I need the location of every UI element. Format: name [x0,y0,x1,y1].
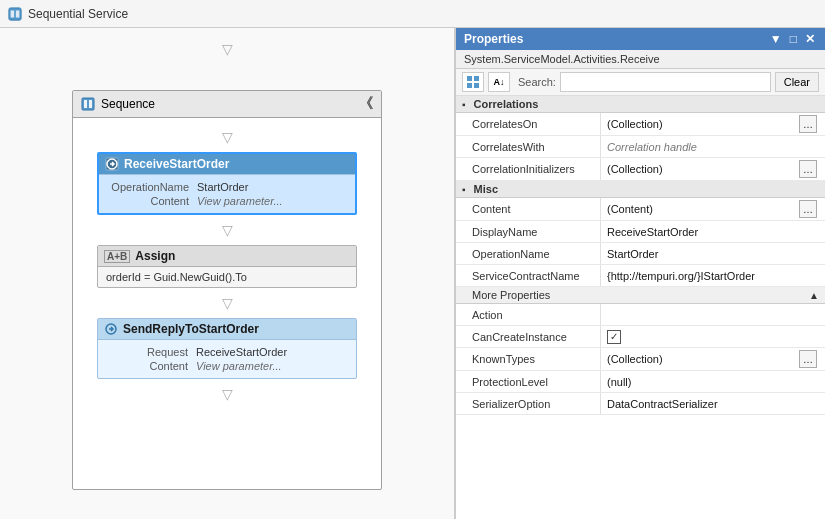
prop-name-serializeroption: SerializerOption [456,393,601,414]
sequence-icon [81,97,95,111]
prop-row-correlateson: CorrelatesOn (Collection) … [456,113,825,136]
properties-title-controls: ▼ □ ✕ [768,32,817,46]
connector3: ▽ [222,296,233,310]
sendreply-block[interactable]: SendReplyToStartOrder Request ReceiveSta… [97,318,357,379]
svg-rect-12 [474,83,479,88]
assign-body: orderId = Guid.NewGuid().To [98,267,356,287]
properties-subtitle: System.ServiceModel.Activities.Receive [456,50,825,69]
sendreply-value-2[interactable]: View parameter... [196,360,282,372]
sequence-label: Sequence [101,97,155,111]
assign-block[interactable]: A+B Assign orderId = Guid.NewGuid().To [97,245,357,288]
correlationinitializers-edit-btn[interactable]: … [799,160,817,178]
prop-name-correlationinitializers: CorrelationInitializers [456,158,601,180]
misc-section-header[interactable]: ▪ Misc [456,181,825,198]
more-properties-label: More Properties [472,289,550,301]
properties-title: Properties [464,32,523,46]
receive-value-1: StartOrder [197,181,248,193]
receive-header: ReceiveStartOrder [99,154,355,175]
prop-value-knowntypes: (Collection) … [601,348,825,370]
prop-name-protectionlevel: ProtectionLevel [456,371,601,392]
receive-row-1: OperationName StartOrder [107,181,347,193]
properties-title-bar: Properties ▼ □ ✕ [456,28,825,50]
receive-block[interactable]: ReceiveStartOrder OperationName StartOrd… [97,152,357,215]
receive-label-1: OperationName [107,181,197,193]
knowntypes-edit-btn[interactable]: … [799,350,817,368]
prop-value-cancreateinstance: ✓ [601,328,825,346]
sendreply-value-1: ReceiveStartOrder [196,346,287,358]
correlations-collapse-icon: ▪ [462,99,466,110]
more-properties-icon: ▲ [809,290,819,301]
window-title: Sequential Service [28,7,128,21]
sendreply-label-1: Request [106,346,196,358]
prop-value-correlateswith: Correlation handle [601,139,825,155]
prop-name-cancreateinstance: CanCreateInstance [456,326,601,347]
assign-expression: orderId = Guid.NewGuid().To [106,271,247,283]
receive-icon [105,157,119,171]
svg-rect-2 [16,10,20,17]
prop-row-correlationinitializers: CorrelationInitializers (Collection) … [456,158,825,181]
properties-close-btn[interactable]: ✕ [803,32,817,46]
prop-row-serializeroption: SerializerOption DataContractSerializer [456,393,825,415]
receive-row-2: Content View parameter... [107,195,347,207]
cancreateinstance-checkbox[interactable]: ✓ [607,330,621,344]
correlations-section-header[interactable]: ▪ Correlations [456,96,825,113]
svg-rect-5 [89,100,92,108]
prop-row-knowntypes: KnownTypes (Collection) … [456,348,825,371]
sequence-collapse-btn[interactable]: 《 [359,95,373,113]
title-bar: Sequential Service [0,0,825,28]
prop-row-cancreateinstance: CanCreateInstance ✓ [456,326,825,348]
properties-panel: Properties ▼ □ ✕ System.ServiceModel.Act… [455,28,825,519]
sendreply-row-1: Request ReceiveStartOrder [106,346,348,358]
correlations-section-label: Correlations [474,98,539,110]
svg-rect-4 [84,100,87,108]
receive-value-2[interactable]: View parameter... [197,195,283,207]
search-label: Search: [518,76,556,88]
prop-value-operationname[interactable]: StartOrder [601,246,825,262]
prop-name-knowntypes: KnownTypes [456,348,601,370]
prop-value-serializeroption[interactable]: DataContractSerializer [601,396,825,412]
prop-name-correlateswith: CorrelatesWith [456,136,601,157]
prop-value-correlateson: (Collection) … [601,113,825,135]
prop-value-displayname[interactable]: ReceiveStartOrder [601,224,825,240]
assign-icon-label: A+B [104,250,130,263]
properties-sort-btn[interactable]: A↓ [488,72,510,92]
content-edit-btn[interactable]: … [799,200,817,218]
prop-value-servicecontractname[interactable]: {http://tempuri.org/}IStartOrder [601,268,825,284]
prop-name-operationname: OperationName [456,243,601,264]
receive-label-2: Content [107,195,197,207]
assign-label: Assign [135,249,175,263]
svg-rect-3 [82,98,94,110]
prop-name-correlateson: CorrelatesOn [456,113,601,135]
connector2: ▽ [222,223,233,237]
main-area: ▽ Sequence 《 [0,28,825,519]
prop-row-protectionlevel: ProtectionLevel (null) [456,371,825,393]
service-icon [8,7,22,21]
prop-value-protectionlevel[interactable]: (null) [601,374,825,390]
properties-category-btn[interactable] [462,72,484,92]
prop-row-content: Content (Content) … [456,198,825,221]
sequence-header: Sequence 《 [73,91,381,118]
properties-restore-btn[interactable]: □ [788,32,799,46]
prop-row-servicecontractname: ServiceContractName {http://tempuri.org/… [456,265,825,287]
misc-collapse-icon: ▪ [462,184,466,195]
prop-row-displayname: DisplayName ReceiveStartOrder [456,221,825,243]
connector4: ▽ [222,387,233,401]
correlateson-edit-btn[interactable]: … [799,115,817,133]
sendreply-header: SendReplyToStartOrder [98,319,356,340]
prop-row-action: Action [456,304,825,326]
properties-table: ▪ Correlations CorrelatesOn (Collection)… [456,96,825,519]
clear-button[interactable]: Clear [775,72,819,92]
svg-rect-10 [474,76,479,81]
misc-section-label: Misc [474,183,498,195]
prop-name-displayname: DisplayName [456,221,601,242]
prop-name-content: Content [456,198,601,220]
search-input[interactable] [560,72,771,92]
svg-rect-11 [467,83,472,88]
svg-rect-1 [11,10,15,17]
properties-toolbar: A↓ Search: Clear [456,69,825,96]
properties-pin-btn[interactable]: ▼ [768,32,784,46]
more-properties-row[interactable]: More Properties ▲ [456,287,825,304]
sendreply-icon [104,322,118,336]
prop-value-action[interactable] [601,313,825,317]
sendreply-body: Request ReceiveStartOrder Content View p… [98,340,356,378]
